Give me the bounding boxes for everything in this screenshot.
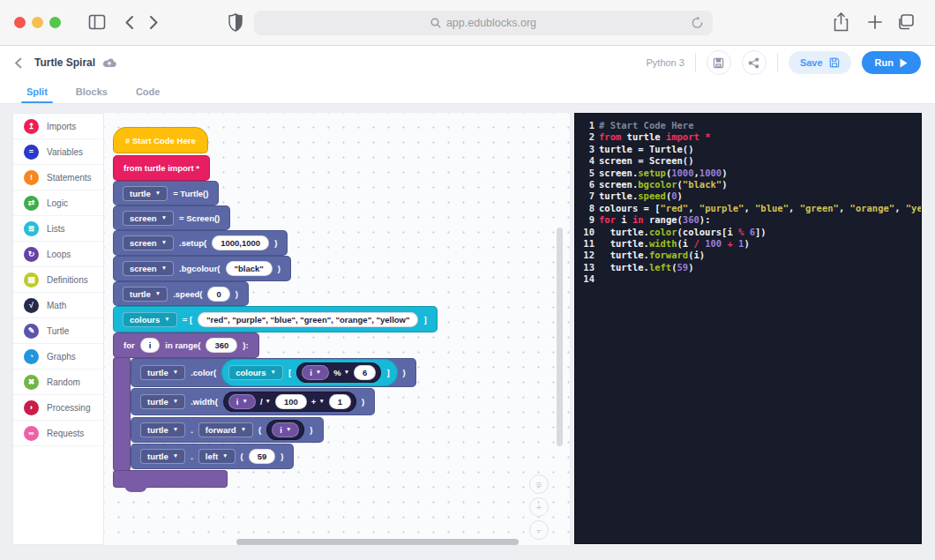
reload-icon[interactable]	[691, 16, 704, 30]
block-value-input[interactable]: 1	[329, 394, 351, 409]
sidebar-item-random[interactable]: ✖Random	[13, 370, 103, 395]
share-button[interactable]	[742, 50, 767, 75]
block-dropdown-%[interactable]: %▼	[333, 368, 349, 377]
block-group-cyan[interactable]: colours▼[i▼%▼6]	[221, 359, 397, 386]
block-dropdown-forward[interactable]: forward▼	[198, 422, 253, 437]
block-turtle-color[interactable]: turtle▼.color(colours▼[i▼%▼6])	[131, 358, 416, 387]
block-dropdown-turtle[interactable]: turtle▼	[140, 365, 185, 380]
line-number: 13	[580, 262, 595, 273]
sidebar-item-variables[interactable]: =Variables	[13, 139, 103, 165]
browser-forward-icon[interactable]	[149, 15, 159, 30]
block-dropdown-turtle[interactable]: turtle▼	[140, 422, 185, 437]
block-group-navy[interactable]: i▼%▼6	[296, 362, 381, 383]
block-screen-assign[interactable]: screen▼= Screen()	[113, 205, 230, 230]
browser-back-icon[interactable]	[124, 15, 134, 30]
block-dropdown-turtle[interactable]: turtle▼	[123, 287, 168, 302]
block-from-import[interactable]: from turtle import *	[113, 155, 210, 181]
canvas-horizontal-scrollbar[interactable]	[236, 539, 519, 545]
block-dropdown-/[interactable]: /▼	[260, 397, 271, 407]
block-dropdown-turtle[interactable]: turtle▼	[123, 186, 168, 201]
tab-blocks[interactable]: Blocks	[74, 79, 109, 103]
block-value-input[interactable]: i	[140, 338, 161, 353]
tab-split[interactable]: Split	[25, 79, 49, 103]
block-dropdown-left[interactable]: left▼	[198, 449, 236, 464]
block-turtle-assign[interactable]: turtle▼= Turtle()	[113, 181, 219, 205]
save-button[interactable]: Save	[789, 51, 851, 74]
window-close-button[interactable]	[14, 17, 26, 28]
block-turtle-forward[interactable]: turtle▼.forward▼(i▼)	[131, 417, 324, 443]
block-dropdown-i[interactable]: i▼	[228, 394, 256, 409]
canvas-vertical-scrollbar[interactable]	[557, 228, 563, 446]
block-value-input[interactable]: 360	[206, 338, 237, 353]
blocks-canvas[interactable]: # Start Code Herefrom turtle import *tur…	[104, 113, 570, 545]
tab-overview-icon[interactable]	[897, 14, 914, 30]
sidebar-item-statements[interactable]: !Statements	[13, 165, 103, 190]
canvas-zoom-in-button[interactable]: +	[529, 497, 549, 517]
sidebar-item-loops[interactable]: ↻Loops	[13, 242, 103, 267]
block-group-navy[interactable]: i▼	[266, 420, 304, 440]
tab-code[interactable]: Code	[134, 79, 162, 103]
sidebar-item-graphs[interactable]: ◔Graphs	[13, 344, 103, 370]
canvas-menu-button[interactable]: ≡	[529, 474, 549, 494]
back-icon[interactable]	[14, 57, 22, 69]
assignments-button[interactable]	[707, 50, 731, 75]
sidebar-item-lists[interactable]: ≣Lists	[13, 216, 103, 242]
block-screen-bgcolour[interactable]: screen▼.bgcolour("black")	[113, 256, 291, 281]
block-value-input[interactable]: 100	[275, 394, 307, 409]
browser-share-icon[interactable]	[834, 12, 849, 32]
search-icon	[430, 18, 441, 28]
sidebar-item-math[interactable]: √Math	[13, 293, 103, 318]
block-label: )	[362, 397, 364, 407]
block-value-input[interactable]: "black"	[226, 261, 273, 276]
window-minimize-button[interactable]	[32, 17, 43, 28]
block-for-bottom[interactable]	[113, 470, 228, 488]
block-dropdown-screen[interactable]: screen▼	[123, 235, 174, 250]
block-dropdown-turtle[interactable]: turtle▼	[140, 449, 185, 464]
block-group-navy[interactable]: i▼/▼100+▼1	[223, 392, 356, 412]
block-screen-setup[interactable]: screen▼.setup(1000,1000)	[113, 230, 288, 256]
block-for-spine[interactable]	[113, 357, 131, 471]
sidebar-item-label: Lists	[47, 224, 65, 234]
sidebar-item-requests[interactable]: ∞Requests	[13, 421, 103, 446]
run-button[interactable]: Run	[862, 51, 921, 74]
block-dropdown-+[interactable]: +▼	[311, 397, 325, 407]
block-start-code[interactable]: # Start Code Here	[113, 127, 208, 153]
block-value-input[interactable]: "red", "purple", "blue", "green", "orang…	[198, 312, 418, 327]
code-panel[interactable]: 1# Start Code Here2from turtle import *3…	[574, 113, 922, 544]
sidebar-item-processing[interactable]: ◗Processing	[13, 395, 103, 421]
block-value-input[interactable]: 59	[249, 449, 276, 464]
block-label: .	[191, 452, 193, 461]
block-dropdown-i[interactable]: i▼	[302, 365, 329, 380]
block-dropdown-colours[interactable]: colours▼	[228, 365, 283, 380]
block-dropdown-screen[interactable]: screen▼	[123, 211, 174, 226]
sidebar-item-turtle[interactable]: ✎Turtle	[13, 318, 103, 344]
block-label: (	[258, 425, 261, 435]
sidebar-item-definitions[interactable]: ▤Definitions	[13, 267, 103, 293]
new-tab-icon[interactable]	[868, 15, 882, 29]
shield-icon[interactable]	[228, 13, 243, 32]
block-dropdown-screen[interactable]: screen▼	[123, 261, 174, 276]
code-line-9: 9for i in range(360):	[580, 214, 921, 226]
block-colours-list[interactable]: colours▼= ["red", "purple", "blue", "gre…	[113, 306, 438, 332]
code-line-7: 7turtle.speed(0)	[580, 190, 921, 202]
canvas-zoom-out-button[interactable]: −	[529, 520, 549, 540]
address-bar[interactable]: app.edublocks.org	[254, 11, 713, 35]
block-value-input[interactable]: 0	[207, 287, 229, 302]
block-value-input[interactable]: 6	[354, 365, 376, 380]
block-dropdown-i[interactable]: i▼	[272, 422, 299, 437]
sidebar-item-logic[interactable]: ⇄Logic	[13, 190, 103, 216]
block-value-input[interactable]: 1000,1000	[212, 235, 269, 250]
block-for-range[interactable]: foriin range(360):	[113, 332, 259, 358]
block-turtle-width[interactable]: turtle▼.width(i▼/▼100+▼1)	[131, 388, 375, 415]
block-dropdown-turtle[interactable]: turtle▼	[140, 394, 185, 409]
loops-icon: ↻	[24, 247, 39, 262]
code-line-13: 13 turtle.left(59)	[580, 262, 921, 273]
sidebar-toggle-icon[interactable]	[88, 14, 106, 30]
sidebar-item-imports[interactable]: ↥Imports	[13, 114, 103, 139]
code-line-3: 3turtle = Turtle()	[580, 144, 921, 155]
block-turtle-speed[interactable]: turtle▼.speed(0)	[113, 281, 249, 306]
window-zoom-button[interactable]	[49, 17, 61, 28]
block-dropdown-colours[interactable]: colours▼	[123, 312, 177, 327]
block-label: )	[236, 289, 238, 299]
block-turtle-left[interactable]: turtle▼.left▼(59)	[131, 444, 294, 469]
